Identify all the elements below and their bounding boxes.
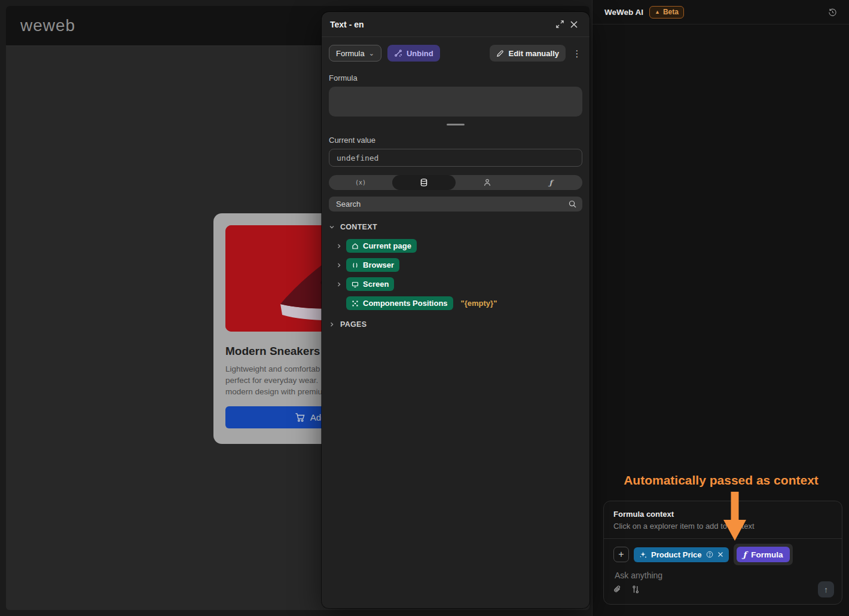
remove-chip-icon[interactable] [717,551,723,557]
weweb-logo: weweb [20,16,75,35]
unbind-label: Unbind [407,49,433,58]
ai-input-toolbar: ↑ [613,581,834,597]
tab-formulas[interactable]: ƒ [519,175,582,190]
search-input[interactable] [335,199,569,209]
unbind-button[interactable]: Unbind [387,45,440,62]
variables-icon: (x) [355,179,366,186]
tree-item-current-page: Current page [336,239,582,253]
screen-chip[interactable]: Screen [346,277,394,291]
tree-item-value: "{empty}" [461,299,497,308]
tree-item-label: Components Positions [363,299,448,308]
modal-header: Text - en [322,12,590,37]
current-value-field[interactable] [329,149,582,167]
ask-anything-input[interactable] [613,570,832,581]
sparkle-icon [639,551,647,559]
tree-item-screen: Screen [336,277,582,291]
info-icon[interactable] [706,551,713,558]
weweb-editor-screen: weweb Modern Sneakers [0,0,849,616]
search-box [329,197,582,212]
components-positions-chip[interactable]: Components Positions [346,296,453,310]
binding-modal: Text - en Formula ⌄ [322,12,590,608]
tree-item-label: Screen [363,280,389,289]
formula-chip-label: Formula [751,550,783,559]
chevron-right-icon[interactable] [336,262,342,268]
formula-icon: ƒ [549,179,552,187]
home-icon [352,243,359,250]
binding-type-dropdown[interactable]: Formula ⌄ [329,45,381,62]
formula-chip-highlight: ƒ Formula [734,544,793,565]
formula-chip[interactable]: ƒ Formula [737,547,790,562]
annotation-text: Automatically passed as context [601,473,841,488]
current-page-chip[interactable]: Current page [346,239,417,253]
cart-icon [295,412,305,422]
data-explorer-tree: CONTEXT Current page [322,220,590,331]
add-context-button[interactable]: + [613,547,629,562]
unbind-icon [394,49,402,57]
modal-title: Text - en [330,20,552,29]
tree-item-label: Current page [363,241,411,250]
tree-item-components-positions: Components Positions "{empty}" [346,296,582,310]
formula-editor[interactable] [329,87,582,117]
chevron-down-icon [329,224,335,230]
edit-manually-label: Edit manually [508,49,559,58]
context-section-label: CONTEXT [340,223,377,231]
database-icon [420,179,427,186]
chevron-right-icon[interactable] [336,243,342,249]
tree-item-label: Browser [363,261,394,269]
expand-icon[interactable] [552,17,567,32]
formula-icon: ƒ [743,550,747,559]
weweb-ai-panel: WeWeb AI ▲ Beta Automatically passed as … [592,0,849,616]
tree-item-browser: Browser [336,258,582,272]
explorer-tabbar: (x) ƒ [329,175,582,190]
workflow-icon[interactable] [631,585,640,594]
ai-panel-header: WeWeb AI ▲ Beta [593,0,849,24]
product-price-label: Product Price [651,550,702,559]
current-value-label: Current value [329,136,582,145]
pages-section-label: PAGES [340,320,367,329]
chevron-right-icon[interactable] [336,281,342,287]
history-icon[interactable] [828,8,837,17]
context-section-header[interactable]: CONTEXT [329,220,582,234]
beta-badge: ▲ Beta [649,6,684,19]
resize-handle[interactable] [447,124,465,125]
context-chips-row: + Product Price [613,544,832,565]
search-icon [569,200,576,208]
pages-section-header[interactable]: PAGES [329,318,582,331]
user-icon [484,179,491,186]
pencil-icon [496,50,504,57]
annotation-arrow [722,492,748,542]
beta-label: Beta [663,8,679,16]
edit-manually-button[interactable]: Edit manually [490,45,566,62]
close-icon[interactable] [567,17,581,32]
ai-panel-title: WeWeb AI [604,8,643,17]
code-icon [352,262,359,269]
warning-icon: ▲ [655,9,660,15]
binding-type-label: Formula [336,49,365,58]
monitor-icon [352,281,359,288]
tab-variables[interactable]: (x) [329,175,392,190]
grid-dots-icon [352,300,359,307]
chevron-right-icon [329,321,335,327]
tab-user[interactable] [456,175,519,190]
chevron-down-icon: ⌄ [369,50,374,57]
attachment-icon[interactable] [613,585,622,594]
browser-chip[interactable]: Browser [346,258,399,272]
more-options-icon[interactable]: ⋮ [572,49,582,58]
product-price-chip[interactable]: Product Price [634,547,729,562]
send-button[interactable]: ↑ [818,581,834,597]
tab-data[interactable] [392,175,456,190]
binding-toolbar: Formula ⌄ Unbind Edit manually ⋮ [322,37,590,62]
formula-label: Formula [329,73,582,82]
